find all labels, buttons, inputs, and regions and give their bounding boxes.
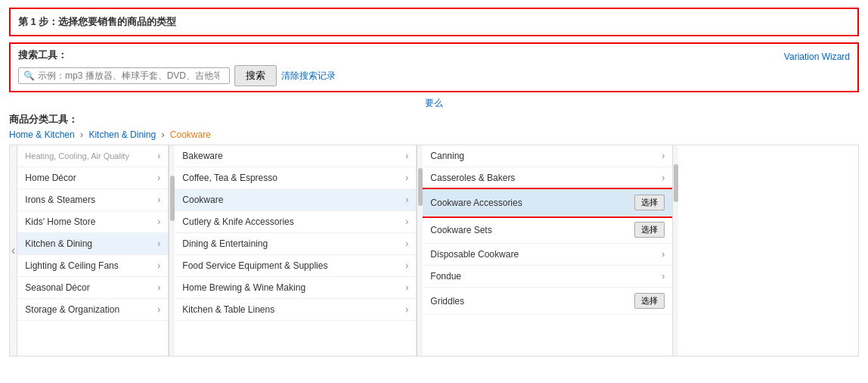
arrow-icon: › xyxy=(405,216,408,227)
breadcrumb-sep2: › xyxy=(161,129,164,140)
category-columns: ‹ Heating, Cooling, Air Quality › Home D… xyxy=(9,145,859,357)
arrow-icon: › xyxy=(405,304,408,315)
arrow-icon: › xyxy=(157,151,160,161)
arrow-icon: › xyxy=(157,304,160,315)
arrow-icon: › xyxy=(662,173,665,183)
col3-scrollbar xyxy=(672,145,678,356)
search-icon: 🔍 xyxy=(23,70,35,81)
category-tool-title: 商品分类工具： xyxy=(9,113,859,126)
list-item[interactable]: Storage & Organization › xyxy=(17,299,168,321)
col3: Canning › Casseroles & Bakers › Cookware… xyxy=(423,145,672,356)
list-item[interactable]: Cutlery & Knife Accessories › xyxy=(175,211,416,233)
arrow-icon: › xyxy=(405,238,408,249)
select-cookware-sets-button[interactable]: 选择 xyxy=(634,222,665,238)
col1: Heating, Cooling, Air Quality › Home Déc… xyxy=(17,145,169,356)
list-item[interactable]: Irons & Steamers › xyxy=(17,189,168,211)
arrow-icon: › xyxy=(157,282,160,293)
list-item[interactable]: Coffee, Tea & Espresso › xyxy=(175,167,416,189)
list-item[interactable]: Food Service Equipment & Supplies › xyxy=(175,255,416,277)
search-button[interactable]: 搜索 xyxy=(234,65,277,86)
arrow-icon: › xyxy=(405,173,408,183)
list-item[interactable]: Bakeware › xyxy=(175,145,416,167)
list-item-canning[interactable]: Canning › xyxy=(423,145,672,167)
col1-scrollbar-thumb xyxy=(170,176,175,221)
search-input-wrap: 🔍 xyxy=(18,67,230,84)
arrow-icon: › xyxy=(405,151,408,161)
clear-search-link[interactable]: 清除搜索记录 xyxy=(281,70,336,83)
list-item[interactable]: Kitchen & Table Linens › xyxy=(175,299,416,321)
category-tool-section: 商品分类工具： Home & Kitchen › Kitchen & Dinin… xyxy=(9,113,859,357)
list-item-casseroles[interactable]: Casseroles & Bakers › xyxy=(423,167,672,189)
list-item-kitchen-dining[interactable]: Kitchen & Dining › xyxy=(17,233,168,255)
list-item-cookware[interactable]: Cookware › xyxy=(175,189,416,211)
breadcrumb-kitchen[interactable]: Kitchen & Dining xyxy=(88,129,156,140)
arrow-icon: › xyxy=(405,195,408,205)
col2-scrollbar xyxy=(417,145,423,356)
list-item[interactable]: Heating, Cooling, Air Quality › xyxy=(17,145,168,167)
col2-scrollbar-thumb xyxy=(418,168,423,206)
arrow-icon: › xyxy=(405,282,408,293)
breadcrumb: Home & Kitchen › Kitchen & Dining › Cook… xyxy=(9,129,859,140)
select-cookware-accessories-button[interactable]: 选择 xyxy=(634,195,665,210)
arrow-icon: › xyxy=(157,216,160,227)
breadcrumb-sep1: › xyxy=(80,129,83,140)
select-griddles-button[interactable]: 选择 xyxy=(634,293,665,309)
arrow-icon: › xyxy=(157,195,160,205)
arrow-icon: › xyxy=(662,271,665,282)
search-section: 搜索工具： 🔍 搜索 清除搜索记录 Variation Wizard xyxy=(9,42,859,92)
arrow-icon: › xyxy=(157,260,160,271)
col3-scrollbar-thumb xyxy=(674,164,678,202)
list-item[interactable]: Home Brewing & Wine Making › xyxy=(175,277,416,299)
search-input[interactable] xyxy=(38,70,219,81)
list-item-disposable[interactable]: Disposable Cookware › xyxy=(423,244,672,266)
list-item[interactable]: Kids' Home Store › xyxy=(17,211,168,233)
variation-wizard-link[interactable]: Variation Wizard xyxy=(784,51,850,62)
arrow-icon: › xyxy=(157,238,160,249)
breadcrumb-home[interactable]: Home & Kitchen xyxy=(9,129,75,140)
list-item-griddles[interactable]: Griddles 选择 xyxy=(423,288,672,315)
list-item-cookware-sets[interactable]: Cookware Sets 选择 xyxy=(423,216,672,244)
search-label: 搜索工具： xyxy=(18,48,850,62)
step-title: 第 1 步：选择您要销售的商品的类型 xyxy=(18,16,176,27)
col1-scrollbar xyxy=(169,145,175,356)
list-item[interactable]: Lighting & Ceiling Fans › xyxy=(17,255,168,277)
list-item[interactable]: Home Décor › xyxy=(17,167,168,189)
list-item-cookware-accessories[interactable]: Cookware Accessories 选择 xyxy=(423,189,672,216)
list-item-fondue[interactable]: Fondue › xyxy=(423,266,672,288)
col2: Bakeware › Coffee, Tea & Espresso › Cook… xyxy=(175,145,417,356)
arrow-icon: › xyxy=(157,173,160,183)
list-item[interactable]: Seasonal Décor › xyxy=(17,277,168,299)
breadcrumb-current: Cookware xyxy=(170,129,211,140)
step-section: 第 1 步：选择您要销售的商品的类型 xyxy=(9,8,859,36)
arrow-icon: › xyxy=(662,151,665,161)
col-nav-left[interactable]: ‹ xyxy=(10,145,17,356)
arrow-icon: › xyxy=(405,260,408,271)
list-item[interactable]: Dining & Entertaining › xyxy=(175,233,416,255)
why-text: 要么 xyxy=(0,97,868,110)
arrow-icon: › xyxy=(662,249,665,260)
